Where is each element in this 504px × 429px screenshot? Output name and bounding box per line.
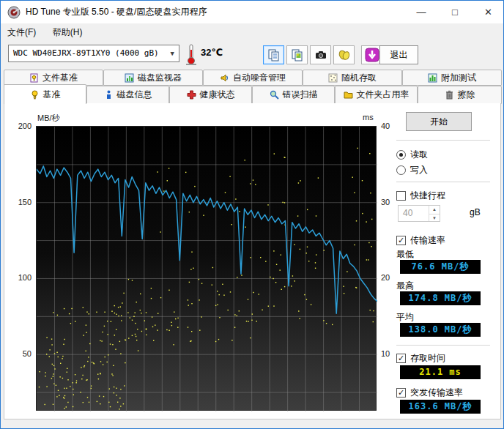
burst-rate-checkbox[interactable]: 突发传输速率 — [396, 386, 463, 399]
screenshot-camera-icon — [314, 48, 327, 61]
maximize-button[interactable]: □ — [438, 1, 472, 23]
minimize-button[interactable]: — — [404, 1, 438, 23]
short-stroke-size-stepper[interactable]: 40 ▲ ▼ — [398, 205, 440, 222]
avg-label: 平均 — [396, 311, 414, 324]
access-time-label: 存取时间 — [410, 352, 445, 365]
health-cross-icon — [187, 90, 196, 100]
axis-tick-label: 100 — [18, 273, 32, 282]
tab-label: 文件基准 — [42, 72, 78, 84]
min-value: 76.6 MB/秒 — [400, 260, 481, 274]
access-time-value: 21.1 ms — [400, 365, 481, 379]
close-button[interactable]: ✕ — [472, 1, 504, 23]
separator — [396, 182, 490, 183]
axis-tick-label: 50 — [23, 349, 32, 358]
checkbox-icon — [396, 191, 406, 201]
start-button[interactable]: 开始 — [406, 112, 472, 131]
screenshot-button[interactable] — [310, 45, 331, 64]
tab-disk-info[interactable]: 磁盘信息 — [86, 86, 169, 104]
min-label: 最低 — [396, 248, 414, 261]
folder-icon — [344, 90, 353, 100]
read-radio[interactable]: 读取 — [396, 148, 428, 161]
disk-monitor-icon — [125, 73, 134, 83]
tab-row-secondary: 文件基准 磁盘监视器 自动噪音管理 随机 — [4, 70, 502, 86]
tab-extra-tests[interactable]: 附加测试 — [402, 70, 502, 86]
tab-label: 随机存取 — [341, 72, 377, 84]
access-time-checkbox[interactable]: 存取时间 — [396, 351, 445, 365]
tab-label: 错误扫描 — [283, 89, 318, 101]
short-stroke-checkbox[interactable]: 快捷行程 — [396, 189, 445, 202]
drive-select-value: WDC WD40EJRX-89T1XY0 (4000 gB) — [13, 48, 159, 58]
checkbox-icon — [396, 388, 406, 398]
short-stroke-value: 40 — [403, 206, 412, 221]
benchmark-chart — [36, 126, 377, 411]
separator — [396, 140, 490, 141]
max-label: 最高 — [396, 280, 414, 292]
burst-rate-label: 突发传输速率 — [410, 387, 463, 399]
temperature-value: 32℃ — [201, 47, 223, 58]
thermometer-icon — [185, 42, 198, 66]
stepper-up-icon[interactable]: ▲ — [429, 206, 440, 214]
stepper-down-icon[interactable]: ▼ — [429, 214, 440, 222]
write-radio[interactable]: 写入 — [396, 163, 428, 176]
tab-health[interactable]: 健康状态 — [169, 86, 252, 104]
transfer-rate-checkbox[interactable]: 传输速率 — [396, 234, 445, 247]
read-radio-label: 读取 — [410, 149, 428, 161]
tab-disk-monitor[interactable]: 磁盘监视器 — [103, 70, 203, 86]
file-benchmark-icon — [29, 73, 39, 83]
copy-text-button[interactable] — [263, 45, 284, 64]
window-title: HD Tune 专业版 5.50 - 硬盘/固态硬盘实用程序 — [26, 1, 207, 23]
app-icon — [7, 6, 21, 19]
burst-rate-value: 163.6 MB/秒 — [400, 400, 481, 414]
copy-image-icon — [291, 48, 304, 61]
extra-tests-icon — [428, 73, 437, 83]
tab-label: 磁盘信息 — [117, 89, 152, 101]
tab-label: 附加测试 — [441, 72, 476, 84]
tab-error-scan[interactable]: 错误扫描 — [252, 86, 335, 104]
short-stroke-label: 快捷行程 — [410, 190, 445, 202]
write-radio-label: 写入 — [410, 164, 428, 176]
donate-button[interactable] — [333, 45, 355, 64]
tab-folder-usage[interactable]: 文件夹占用率 — [335, 86, 418, 104]
donate-hands-icon — [338, 48, 351, 61]
drive-select-dropdown[interactable]: WDC WD40EJRX-89T1XY0 (4000 gB) ▼ — [8, 45, 179, 62]
axis-tick-label: 30 — [381, 198, 390, 206]
magnifier-icon — [270, 90, 279, 100]
axis-tick-label: 10 — [381, 349, 390, 358]
tab-random-access[interactable]: 随机存取 — [303, 70, 402, 86]
benchmark-bulb-icon — [30, 90, 40, 100]
chevron-down-icon: ▼ — [171, 45, 174, 61]
tab-label: 自动噪音管理 — [233, 72, 286, 84]
axis-tick-label: 20 — [381, 273, 390, 282]
avg-value: 138.0 MB/秒 — [400, 323, 481, 337]
axis-tick-label: 150 — [18, 198, 32, 206]
stepper-arrows[interactable]: ▲ ▼ — [429, 206, 440, 221]
tab-file-benchmark[interactable]: 文件基准 — [4, 70, 103, 86]
checkbox-icon — [396, 236, 406, 245]
download-arrow-icon — [365, 48, 379, 62]
tab-benchmark[interactable]: 基准 — [4, 84, 86, 104]
info-icon — [104, 90, 114, 100]
menu-file[interactable]: 文件(F) — [1, 23, 42, 42]
tab-label: 擦除 — [458, 89, 475, 101]
copy-text-icon — [267, 48, 281, 61]
left-axis-ticks: 20015010050 — [11, 126, 33, 411]
tab-label: 磁盘监视器 — [138, 72, 182, 84]
radio-icon — [396, 150, 406, 160]
copy-image-button[interactable] — [286, 45, 308, 64]
menu-help[interactable]: 帮助(H) — [46, 23, 89, 42]
trash-icon — [445, 90, 454, 100]
left-axis-unit: MB/秒 — [37, 113, 60, 124]
tab-auto-acoustic[interactable]: 自动噪音管理 — [203, 70, 303, 86]
short-stroke-unit: gB — [470, 207, 481, 217]
random-access-icon — [328, 73, 338, 83]
exit-button[interactable]: 退出 — [379, 45, 418, 64]
speaker-icon — [220, 73, 229, 83]
tab-row-primary: 基准 磁盘信息 健康状态 错误扫描 文件夹占用率 — [4, 86, 502, 104]
tab-erase[interactable]: 擦除 — [418, 86, 502, 104]
app-window: HD Tune 专业版 5.50 - 硬盘/固态硬盘实用程序 — □ ✕ 文件(… — [0, 0, 504, 429]
title-bar: HD Tune 专业版 5.50 - 硬盘/固态硬盘实用程序 — □ ✕ — [1, 1, 503, 23]
max-value: 174.8 MB/秒 — [400, 291, 481, 305]
radio-icon — [396, 165, 406, 175]
transfer-rate-label: 传输速率 — [410, 234, 445, 247]
tab-label: 健康状态 — [200, 89, 235, 101]
